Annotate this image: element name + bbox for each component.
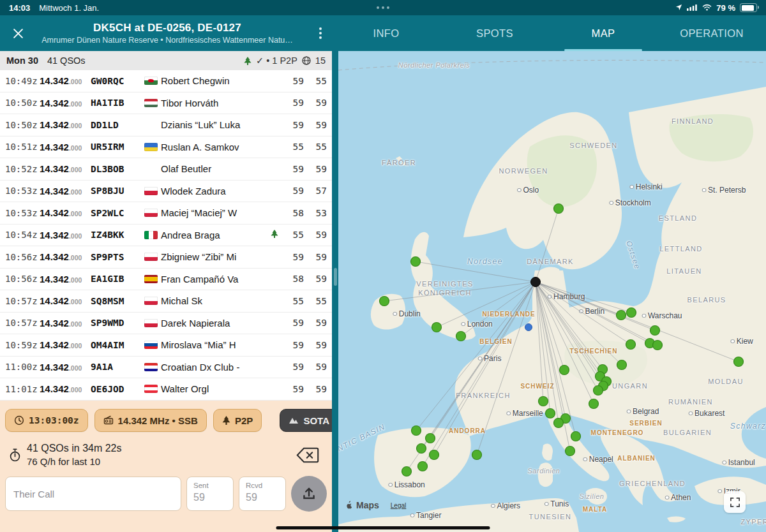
qso-row[interactable]: 10:59z14.342.000OM4AIMMiroslava “Mia” H5… — [0, 334, 332, 357]
qso-callsign: SP8BJU — [91, 186, 144, 196]
tab-info[interactable]: INFO — [332, 15, 440, 51]
qso-callsign: IZ4BKK — [91, 230, 144, 240]
qso-row[interactable]: 10:52z14.342.000DL3BOBOlaf Beutler5959 — [0, 158, 332, 181]
tab-map[interactable]: MAP — [549, 15, 657, 51]
qso-row[interactable]: 10:54z14.342.000IZ4BKKAndrea Braga5559 — [0, 225, 332, 247]
legal-link[interactable]: Legal — [391, 502, 406, 509]
their-call-placeholder: Their Call — [13, 489, 54, 499]
freq-mode-chip[interactable]: 14.342 MHz • SSB — [94, 409, 207, 432]
log-qso-count: 41 QSOs — [47, 55, 86, 66]
divider-handle[interactable] — [334, 268, 337, 286]
map[interactable]: Nördlicher PolarkreisFÄRÖERFINNLANDSCHWE… — [338, 51, 766, 532]
qso-rst-rcvd: 55 — [304, 76, 327, 86]
qso-rate-summary: 41 QSOs in 34m 22s — [27, 443, 122, 454]
wifi-icon — [702, 3, 712, 13]
fullscreen-button[interactable] — [724, 491, 746, 513]
qso-name: Zbigniew “Zibi” Mi — [161, 251, 271, 262]
kebab-menu-icon[interactable] — [319, 27, 322, 39]
qso-rst-rcvd: 59 — [304, 164, 327, 174]
qso-name: Michal Sk — [161, 295, 271, 306]
qso-row[interactable]: 10:53z14.342.000SP2WLCMaciej “Maciej” W5… — [0, 202, 332, 225]
nav-tabs: INFOSPOTSMAPOPERATION — [332, 15, 766, 51]
qso-frequency: 14.342.000 — [40, 230, 91, 240]
qso-callsign: 9A1A — [91, 362, 144, 372]
qso-rst-rcvd: 59 — [304, 98, 327, 108]
sent-label: Sent — [193, 482, 227, 489]
qso-row[interactable]: 10:51z14.342.000UR5IRMRuslan A. Samkov55… — [0, 137, 332, 159]
entry-panel: 13:03:00z 14.342 MHz • SSB P2P — [0, 401, 332, 532]
qso-callsign: DL3BOB — [91, 164, 144, 174]
qso-callsign: SP2WLC — [91, 208, 144, 218]
qso-rst-rcvd: 59 — [304, 230, 327, 240]
qso-row[interactable]: 10:49z14.342.000GW0RQCRobert Chegwin5955 — [0, 70, 332, 92]
qso-time: 10:56z — [5, 274, 40, 284]
qso-row[interactable]: 10:50z14.342.000DD1LDDzianis “Luk” Luka5… — [0, 114, 332, 137]
app-screen: 14:03 Mittwoch 1. Jan. — [0, 0, 766, 532]
qso-frequency: 14.342.000 — [40, 163, 91, 174]
qso-frequency-decimals: .000 — [69, 232, 82, 240]
country-flag-icon — [144, 121, 158, 129]
qso-rst-rcvd: 55 — [304, 296, 327, 306]
multitasking-dots-icon[interactable] — [377, 6, 389, 9]
qso-frequency: 14.342.000 — [40, 119, 91, 130]
qso-frequency: 14.342.000 — [40, 339, 91, 350]
p2p-chip[interactable]: P2P — [213, 409, 262, 432]
qso-row[interactable]: 10:56z14.342.000SP9PTSZbigniew “Zibi” Mi… — [0, 246, 332, 269]
rcvd-field[interactable]: Rcvd 59 — [239, 477, 286, 511]
qso-rst-rcvd: 59 — [304, 318, 327, 328]
qso-callsign: HA1TIB — [91, 98, 144, 108]
radio-icon — [103, 415, 114, 425]
qso-time: 10:53z — [5, 186, 40, 196]
map-attribution: Maps Legal — [346, 500, 406, 510]
qso-row[interactable]: 10:50z14.342.000HA1TIBTibor Horváth5959 — [0, 92, 332, 115]
close-icon[interactable] — [9, 24, 27, 42]
qso-callsign: DD1LD — [91, 120, 144, 130]
country-flag-icon — [144, 165, 158, 173]
tab-operation[interactable]: OPERATION — [657, 15, 766, 51]
qso-frequency: 14.342.000 — [40, 274, 91, 284]
qso-frequency-decimals: .000 — [69, 122, 82, 129]
qso-row[interactable]: 10:57z14.342.000SP9WMDDarek Napierala595… — [0, 313, 332, 335]
qso-row[interactable]: 11:01z14.342.000OE6JODWalter Orgl5959 — [0, 378, 332, 401]
qso-name: Darek Napierala — [161, 318, 271, 329]
dx-count: 15 — [315, 55, 326, 66]
qso-callsign: OM4AIM — [91, 340, 144, 350]
nav-bar: DK5CH at DE-0256, DE-0127 Amrumer Dünen … — [0, 15, 766, 51]
tab-spots[interactable]: SPOTS — [440, 15, 549, 51]
qso-row[interactable]: 10:56z14.342.000EA1GIBFran Campañó Va585… — [0, 269, 332, 291]
home-indicator[interactable] — [276, 526, 490, 529]
time-chip[interactable]: 13:03:00z — [5, 409, 88, 432]
apple-icon — [346, 501, 354, 510]
sota-chip[interactable]: SOTA — [280, 409, 332, 432]
battery-percent: 79 % — [716, 3, 735, 13]
qso-frequency: 14.342.000 — [40, 318, 91, 329]
country-flag-icon — [144, 253, 158, 261]
their-call-input[interactable]: Their Call — [5, 477, 181, 511]
qso-rst-sent: 59 — [283, 384, 304, 394]
sent-field[interactable]: Sent 59 — [186, 477, 234, 511]
qso-row[interactable]: 10:57z14.342.000SQ8MSMMichal Sk5555 — [0, 290, 332, 313]
status-bar: 14:03 Mittwoch 1. Jan. — [0, 0, 766, 15]
backspace-button[interactable] — [296, 447, 319, 464]
qso-rst-rcvd: 59 — [304, 384, 327, 394]
maps-wordmark: Maps — [356, 500, 379, 510]
log-submit-button[interactable] — [291, 476, 327, 512]
stopwatch-icon — [9, 448, 21, 462]
tree-icon — [271, 230, 278, 238]
qso-callsign: OE6JOD — [91, 384, 144, 394]
country-flag-icon — [144, 187, 158, 195]
stats-row: 41 QSOs in 34m 22s 76 Q/h for last 10 — [9, 443, 323, 467]
qso-rst-sent: 59 — [283, 340, 304, 350]
rcvd-value: 59 — [246, 492, 279, 503]
qso-callsign: SQ8MSM — [91, 296, 144, 306]
qso-time: 10:51z — [5, 142, 40, 152]
qso-time: 10:53z — [5, 208, 40, 218]
qso-time: 10:56z — [5, 252, 40, 262]
battery-icon — [740, 3, 757, 12]
qso-row[interactable]: 11:00z14.342.0009A1ACroatian Dx Club -59… — [0, 357, 332, 379]
qso-row[interactable]: 10:53z14.342.000SP8BJUWlodek Zadura5957 — [0, 181, 332, 203]
qso-rst-rcvd: 59 — [304, 340, 327, 350]
qso-rst-rcvd: 59 — [304, 252, 327, 262]
qso-name: Maciej “Maciej” W — [161, 207, 271, 218]
qso-callsign: EA1GIB — [91, 274, 144, 284]
